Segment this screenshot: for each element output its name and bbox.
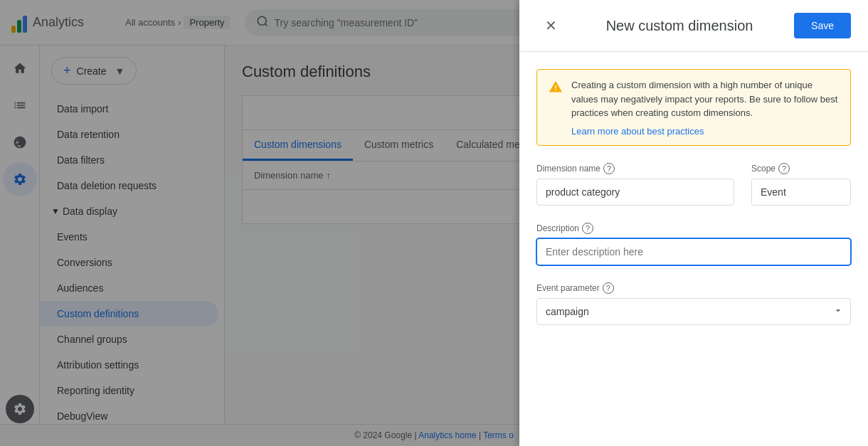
panel-body: Creating a custom dimension with a high … bbox=[519, 52, 868, 446]
dimension-name-help-icon[interactable]: ? bbox=[603, 163, 615, 174]
warning-learn-more-link[interactable]: Learn more about best practices bbox=[571, 126, 839, 137]
new-custom-dimension-panel: ✕ New custom dimension Save Creating a c… bbox=[519, 0, 868, 446]
dimension-name-scope-row: Dimension name ? Scope ? bbox=[536, 163, 851, 206]
scope-help-icon[interactable]: ? bbox=[778, 163, 790, 174]
panel-title: New custom dimension bbox=[606, 18, 753, 34]
event-parameter-label: Event parameter ? bbox=[536, 282, 851, 294]
modal-overlay[interactable]: ✕ New custom dimension Save Creating a c… bbox=[0, 0, 868, 446]
dimension-name-group: Dimension name ? bbox=[536, 163, 734, 206]
description-label: Description ? bbox=[536, 223, 851, 234]
warning-text: Creating a custom dimension with a high … bbox=[571, 80, 837, 118]
description-input[interactable] bbox=[536, 238, 851, 265]
warning-banner: Creating a custom dimension with a high … bbox=[536, 69, 851, 146]
description-group: Description ? bbox=[536, 223, 851, 265]
event-parameter-select-container: campaign bbox=[536, 298, 851, 325]
event-parameter-group: Event parameter ? campaign bbox=[536, 282, 851, 325]
dimension-name-input[interactable] bbox=[536, 179, 734, 206]
panel-save-button[interactable]: Save bbox=[794, 13, 851, 38]
warning-icon bbox=[549, 80, 563, 137]
scope-input[interactable] bbox=[751, 179, 851, 206]
event-parameter-select[interactable]: campaign bbox=[536, 298, 851, 325]
description-help-icon[interactable]: ? bbox=[582, 223, 593, 234]
warning-content: Creating a custom dimension with a high … bbox=[571, 78, 839, 137]
dimension-name-label: Dimension name ? bbox=[536, 163, 734, 174]
panel-header: ✕ New custom dimension Save bbox=[519, 0, 868, 52]
scope-label: Scope ? bbox=[751, 163, 851, 174]
panel-close-button[interactable]: ✕ bbox=[536, 11, 565, 40]
event-parameter-help-icon[interactable]: ? bbox=[603, 282, 614, 294]
scope-group: Scope ? bbox=[751, 163, 851, 206]
